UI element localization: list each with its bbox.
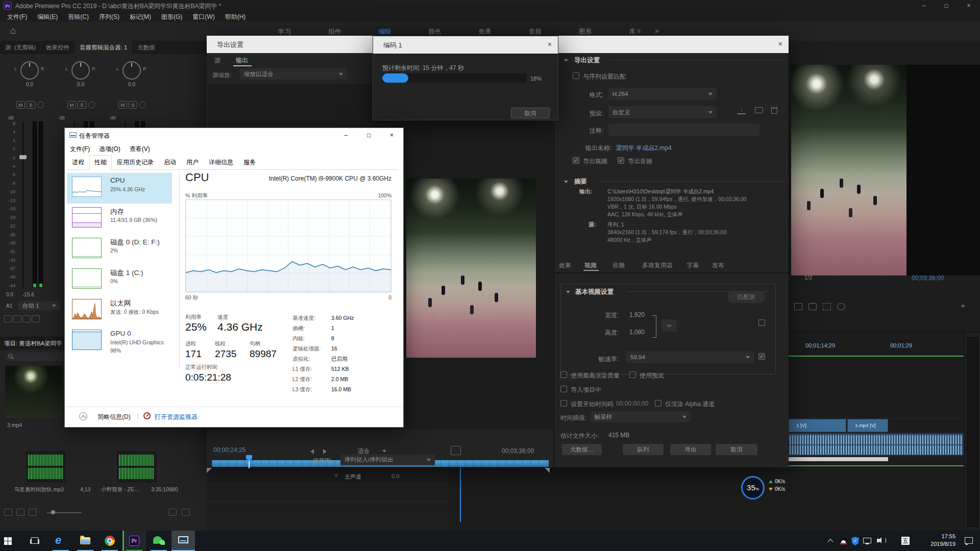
import-preset-icon[interactable] <box>755 107 763 113</box>
tab-processes[interactable]: 进程 <box>67 155 89 170</box>
solo-button[interactable]: S <box>129 101 137 109</box>
export-frame-icon[interactable] <box>808 303 817 310</box>
taskbar-item-premiere[interactable]: Pr <box>122 531 146 551</box>
source-range-dropdown[interactable]: 序列切入/序列切出 <box>340 454 435 465</box>
workspace-tab-assembly[interactable]: 组件 <box>328 28 341 36</box>
export-video-checkbox[interactable]: ✓ <box>573 157 579 164</box>
freeform-view-icon[interactable] <box>29 509 37 516</box>
dialog-titlebar[interactable]: 编码 1 × <box>373 36 558 54</box>
workspace-tab-color[interactable]: 颜色 <box>429 28 442 36</box>
output-name-value[interactable]: 梁同学 半成品2.mp4 <box>616 144 672 153</box>
mixer-tool-icon[interactable] <box>13 315 21 322</box>
mixer-tool-icon[interactable] <box>4 315 12 322</box>
alpha-only-checkbox[interactable] <box>655 400 662 407</box>
prev-frame-icon[interactable] <box>310 449 314 454</box>
sidebar-item-cpu[interactable]: CPU 25% 4.36 GHz <box>67 173 172 204</box>
start-timecode-value[interactable]: 00;00;00;00 <box>616 400 648 407</box>
track-menu-icon[interactable]: ≡ <box>334 472 338 479</box>
crop-icon[interactable] <box>451 446 461 455</box>
mixer-tool-icon[interactable] <box>32 315 40 322</box>
close-icon[interactable]: × <box>958 0 980 11</box>
start-button[interactable] <box>0 531 23 551</box>
chevron-down-icon[interactable] <box>564 181 568 183</box>
timeline-audio-clip[interactable] <box>789 433 964 456</box>
sidebar-item-ethernet[interactable]: 以太网 发送: 0 接收: 0 Kbps <box>67 295 172 326</box>
cancel-button[interactable]: 取消 <box>716 444 757 455</box>
workspace-tab-graphics[interactable]: 图形 <box>579 28 592 36</box>
mute-button[interactable]: M <box>16 101 25 109</box>
taskbar-item-wechat[interactable] <box>147 531 170 551</box>
next-frame-icon[interactable] <box>323 449 327 454</box>
solo-button[interactable]: S <box>78 101 86 109</box>
menu-item-view[interactable]: 查看(V) <box>127 143 156 155</box>
source-scaling-dropdown[interactable]: 缩放以适合 <box>240 68 347 80</box>
preset-dropdown[interactable]: 自定义 <box>608 106 717 118</box>
tab-project[interactable]: 项目: 黄连村BA梁同学 <box>4 340 62 347</box>
volume-icon[interactable] <box>877 539 879 542</box>
tab-multiplexer[interactable]: 多路复用器 <box>642 261 673 270</box>
tab-audio-clip-mixer[interactable]: 音频剪辑混合器: 1 <box>75 41 132 54</box>
record-button[interactable] <box>139 102 146 108</box>
workspace-tab-libraries[interactable]: 库 <box>629 28 635 36</box>
tab-services[interactable]: 服务 <box>238 155 261 170</box>
audio-clip-thumbnail[interactable] <box>117 452 156 482</box>
sidebar-item-gpu[interactable]: GPU 0 Intel(R) UHD Graphics 98% <box>67 326 172 363</box>
tab-source[interactable]: 源 <box>214 56 220 65</box>
tab-users[interactable]: 用户 <box>181 155 204 170</box>
clip-name[interactable]: 马里奥时间加快.mp3 <box>14 486 64 493</box>
maximize-icon[interactable]: □ <box>357 128 380 142</box>
time-interpolation-dropdown[interactable]: 帧采样 <box>591 411 691 422</box>
timeline-video-clip[interactable]: 1.mp4 [V] <box>847 419 888 432</box>
fader-track[interactable] <box>22 121 24 288</box>
taskbar-item-chrome[interactable] <box>98 531 121 551</box>
taskbar-item-taskmgr[interactable] <box>172 531 195 551</box>
menu-item-options[interactable]: 选项(O) <box>96 143 126 155</box>
resolution-indicator[interactable]: 1/2 <box>804 274 812 281</box>
workspace-tab-audio[interactable]: 音频 <box>529 28 542 36</box>
tab-effects[interactable]: 效果 <box>559 261 571 270</box>
menu-item-window[interactable]: 窗口(W) <box>187 11 219 21</box>
sidebar-item-disk0[interactable]: 磁盘 0 (D: E: F:) 2% <box>67 234 172 265</box>
tab-captions[interactable]: 字幕 <box>687 261 699 270</box>
delete-preset-icon[interactable] <box>771 107 777 114</box>
menu-item-file[interactable]: 文件(F) <box>67 143 96 155</box>
import-project-checkbox[interactable] <box>560 386 567 392</box>
net-speed-ball[interactable]: 35% <box>741 476 765 499</box>
mute-button[interactable]: M <box>118 101 127 109</box>
video-clip-thumbnail[interactable] <box>5 366 62 418</box>
metadata-button[interactable]: 元数据… <box>562 444 602 455</box>
record-button[interactable] <box>37 102 44 108</box>
timeline-video-clip[interactable]: 1 [V] <box>789 419 846 432</box>
add-button-icon[interactable]: + <box>961 301 965 310</box>
trash-icon[interactable] <box>182 509 190 516</box>
icon-view-icon[interactable] <box>16 509 24 516</box>
action-center-icon[interactable] <box>965 537 973 544</box>
mixer-tool-icon[interactable] <box>22 315 31 322</box>
taskbar-item-edge[interactable]: e <box>49 531 72 551</box>
minimize-icon[interactable]: – <box>913 0 935 11</box>
maximize-icon[interactable]: □ <box>935 0 958 11</box>
close-icon[interactable]: × <box>380 128 403 142</box>
tab-publish[interactable]: 发布 <box>712 261 724 270</box>
tab-audio[interactable]: 音频 <box>612 261 625 270</box>
width-value[interactable]: 1,920 <box>629 311 645 318</box>
minimize-icon[interactable]: – <box>334 128 357 142</box>
export-audio-checkbox[interactable]: ✓ <box>618 157 624 164</box>
tab-video[interactable]: 视频 <box>584 261 597 270</box>
pan-knob[interactable] <box>71 61 90 80</box>
start-timecode-checkbox[interactable] <box>560 400 567 407</box>
fader-handle[interactable] <box>19 155 27 159</box>
tab-metadata[interactable]: 元数据 <box>132 41 160 54</box>
workspace-tab-learning[interactable]: 学习 <box>278 28 291 36</box>
workspace-tab-editing[interactable]: 编辑 <box>378 28 391 36</box>
chevron-down-icon[interactable] <box>564 59 568 62</box>
queue-button[interactable]: 队列 <box>623 444 664 455</box>
open-resource-monitor-link[interactable]: 打开资源监视器 <box>155 413 198 421</box>
max-quality-checkbox[interactable] <box>560 371 567 378</box>
shield-icon[interactable]: ✓ <box>851 537 859 545</box>
solo-button[interactable]: S <box>27 101 35 109</box>
comment-input[interactable] <box>608 123 760 136</box>
tab-source-monitor[interactable]: 源: (无剪辑) <box>0 41 41 54</box>
record-button[interactable] <box>88 102 95 108</box>
workspace-overflow-icon[interactable]: » <box>655 27 659 35</box>
